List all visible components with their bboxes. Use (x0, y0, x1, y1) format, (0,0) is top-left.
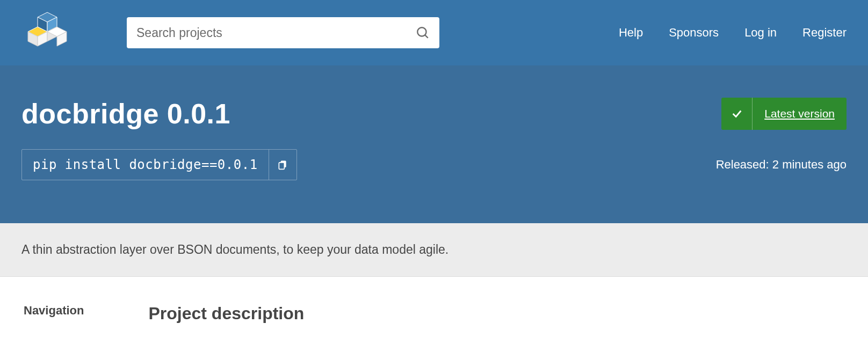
top-bar: Help Sponsors Log in Register (0, 0, 868, 65)
nav-register[interactable]: Register (802, 26, 847, 40)
nav-help[interactable]: Help (619, 26, 643, 40)
pip-install-box: pip install docbridge==0.0.1 (21, 149, 297, 180)
nav-sponsors[interactable]: Sponsors (669, 26, 719, 40)
search-input[interactable] (127, 17, 439, 48)
sidebar: Navigation (24, 304, 84, 324)
nav-links: Help Sponsors Log in Register (619, 26, 847, 40)
nav-login[interactable]: Log in (744, 26, 777, 40)
project-description-heading: Project description (148, 304, 304, 324)
search-wrap (127, 17, 439, 48)
svg-line-10 (425, 35, 428, 38)
check-icon (721, 98, 753, 130)
copy-icon (277, 159, 288, 171)
pypi-logo[interactable] (21, 11, 73, 54)
svg-point-9 (417, 27, 426, 36)
main-panel: Project description (148, 304, 304, 324)
package-title: docbridge 0.0.1 (21, 98, 230, 130)
latest-version-badge[interactable]: Latest version (721, 98, 847, 130)
content-area: Navigation Project description (0, 277, 868, 324)
search-icon[interactable] (416, 26, 430, 40)
copy-button[interactable] (269, 150, 296, 180)
latest-version-label: Latest version (753, 98, 847, 130)
released-text: Released: 2 minutes ago (716, 158, 847, 172)
package-summary: A thin abstraction layer over BSON docum… (0, 223, 868, 277)
svg-rect-12 (279, 163, 284, 170)
sidebar-navigation-heading: Navigation (24, 304, 84, 318)
package-hero: docbridge 0.0.1 Latest version pip insta… (0, 65, 868, 223)
pip-command: pip install docbridge==0.0.1 (22, 150, 269, 180)
